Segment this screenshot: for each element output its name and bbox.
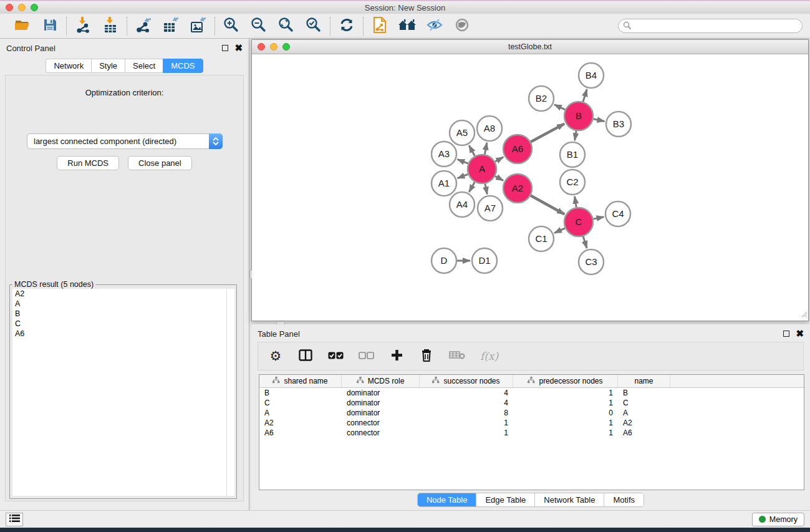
close-panel-button[interactable]: Close panel xyxy=(128,156,192,170)
graph-edge-A-A1[interactable] xyxy=(458,174,468,178)
table-cell[interactable]: 1 xyxy=(420,418,513,427)
hide-selection-button[interactable] xyxy=(426,17,443,35)
create-column-button[interactable] xyxy=(389,348,404,364)
delete-table-button[interactable] xyxy=(449,348,465,364)
graph-edge-B-B2[interactable] xyxy=(554,105,565,110)
import-network-button[interactable] xyxy=(74,17,92,35)
zoom-in-button[interactable] xyxy=(223,17,240,35)
refresh-layout-button[interactable] xyxy=(338,17,355,35)
tab-style[interactable]: Style xyxy=(91,59,125,73)
table-cell[interactable]: 1 xyxy=(513,428,618,437)
column-header-name[interactable]: name xyxy=(618,375,670,387)
show-eye-button[interactable] xyxy=(453,17,471,35)
memory-button[interactable]: Memory xyxy=(752,513,804,526)
tab-mcds[interactable]: MCDS xyxy=(163,59,203,73)
table-cell[interactable]: dominator xyxy=(342,409,420,417)
table-cell[interactable]: A6 xyxy=(618,428,670,437)
tab-network-table[interactable]: Network Table xyxy=(535,493,604,506)
close-window-button[interactable] xyxy=(6,4,13,11)
close-panel-icon[interactable]: ✖ xyxy=(234,45,243,51)
close-network-button[interactable] xyxy=(258,43,265,51)
optimization-criterion-select[interactable]: largest connected component (directed) xyxy=(27,133,223,149)
graph-edge-A-A3[interactable] xyxy=(457,159,468,163)
table-cell[interactable]: connector xyxy=(342,418,420,427)
table-cell[interactable]: 1 xyxy=(513,399,618,407)
zoom-fit-button[interactable] xyxy=(277,17,295,35)
table-cell[interactable]: dominator xyxy=(342,399,420,407)
table-row[interactable]: Bdominator41B xyxy=(259,388,804,398)
column-visibility-button[interactable] xyxy=(298,348,313,364)
column-header-MCDS-role[interactable]: MCDS role xyxy=(342,375,420,387)
result-item[interactable]: A2 xyxy=(12,289,226,299)
table-row[interactable]: Cdominator41C xyxy=(259,398,804,408)
graph-edge-C-C2[interactable] xyxy=(575,196,577,208)
column-header-shared-name[interactable]: shared name xyxy=(259,375,342,387)
table-cell[interactable]: A2 xyxy=(259,418,342,427)
table-cell[interactable]: B xyxy=(618,389,670,397)
export-image-button[interactable] xyxy=(190,17,207,35)
graph-edge-A2-C[interactable] xyxy=(531,196,564,215)
table-cell[interactable]: A6 xyxy=(259,428,342,437)
result-item[interactable]: B xyxy=(12,309,226,319)
graph-edge-C-C4[interactable] xyxy=(594,217,604,220)
task-history-button[interactable] xyxy=(6,513,23,526)
search-input[interactable] xyxy=(618,19,803,33)
graph-edge-C-C1[interactable] xyxy=(554,228,565,233)
tab-select[interactable]: Select xyxy=(125,59,163,73)
select-all-button[interactable] xyxy=(328,348,344,364)
graph-edge-A-A5[interactable] xyxy=(469,145,475,156)
table-cell[interactable]: dominator xyxy=(342,389,420,397)
table-row[interactable]: A6connector11A6 xyxy=(259,428,804,438)
network-canvas[interactable]: B4B2BB3B1A5A8A6A3AA1C2A2A4A7C4CC1C3DD1 xyxy=(252,54,808,321)
resize-grip-icon[interactable] xyxy=(800,309,808,320)
close-table-panel-icon[interactable]: ✖ xyxy=(796,331,804,337)
minimize-window-button[interactable] xyxy=(18,4,26,11)
network-window-titlebar[interactable]: testGlobe.txt xyxy=(252,40,808,54)
table-cell[interactable]: C xyxy=(259,399,342,407)
open-session-button[interactable] xyxy=(14,17,31,35)
table-cell[interactable]: 4 xyxy=(420,399,513,407)
result-scrollbar[interactable] xyxy=(226,289,234,496)
float-table-panel-icon[interactable] xyxy=(783,331,789,337)
graph-edge-A-A2[interactable] xyxy=(495,176,503,180)
minimize-network-button[interactable] xyxy=(270,43,277,51)
float-panel-icon[interactable] xyxy=(222,45,228,51)
function-builder-button[interactable]: f(x) xyxy=(480,348,498,364)
maximize-window-button[interactable] xyxy=(31,4,38,11)
mcds-result-list[interactable]: A2ABCA6 xyxy=(12,289,226,496)
graph-edge-A-A6[interactable] xyxy=(495,157,503,162)
table-cell[interactable]: A2 xyxy=(618,418,670,427)
maximize-network-button[interactable] xyxy=(282,43,290,51)
tab-edge-table[interactable]: Edge Table xyxy=(476,493,535,506)
run-mcds-button[interactable]: Run MCDS xyxy=(57,156,119,170)
table-cell[interactable]: 0 xyxy=(513,409,618,417)
export-table-button[interactable] xyxy=(162,17,180,35)
zoom-out-button[interactable] xyxy=(250,17,268,35)
graph-edge-C-C3[interactable] xyxy=(583,236,587,248)
result-item[interactable]: C xyxy=(12,319,226,329)
graph-edge-B-B3[interactable] xyxy=(594,119,605,122)
network-graph[interactable]: B4B2BB3B1A5A8A6A3AA1C2A2A4A7C4CC1C3DD1 xyxy=(252,54,808,321)
result-item[interactable]: A xyxy=(12,299,226,309)
import-table-button[interactable] xyxy=(102,17,119,35)
graph-edge-A-A8[interactable] xyxy=(485,143,486,155)
table-cell[interactable]: A xyxy=(259,409,342,417)
save-session-button[interactable] xyxy=(41,17,59,35)
zoom-selected-button[interactable] xyxy=(305,17,322,35)
deselect-all-button[interactable] xyxy=(359,348,374,364)
column-header-predecessor-nodes[interactable]: predecessor nodes xyxy=(513,375,618,387)
table-settings-button[interactable]: ⚙ xyxy=(268,348,283,364)
delete-column-button[interactable] xyxy=(419,348,434,364)
graph-edge-A6-B[interactable] xyxy=(531,123,564,142)
result-item[interactable]: A6 xyxy=(12,329,226,339)
graph-edge-A-A7[interactable] xyxy=(485,184,488,195)
export-network-button[interactable] xyxy=(135,17,152,35)
tab-node-table[interactable]: Node Table xyxy=(418,493,477,506)
table-row[interactable]: A2connector11A2 xyxy=(259,418,804,428)
network-file-button[interactable] xyxy=(371,17,388,35)
table-cell[interactable]: 4 xyxy=(420,389,513,397)
tab-network[interactable]: Network xyxy=(46,59,91,73)
table-cell[interactable]: 8 xyxy=(420,409,513,417)
home-layouts-button[interactable] xyxy=(398,17,416,35)
table-cell[interactable]: A xyxy=(618,409,670,417)
